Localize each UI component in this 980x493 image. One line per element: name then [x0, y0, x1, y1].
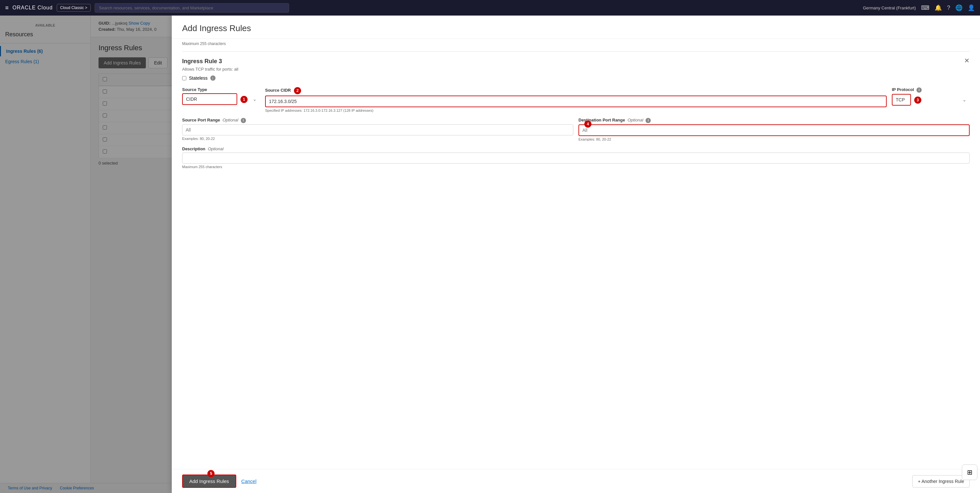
source-port-label: Source Port Range Optional i	[182, 117, 573, 123]
rule-section: Ingress Rule 3 Allows TCP traffic for po…	[182, 51, 970, 178]
description-label: Description Optional	[182, 146, 970, 151]
close-rule-button[interactable]: ✕	[964, 57, 970, 65]
modal-header: Add Ingress Rules	[172, 16, 980, 39]
ip-protocol-label: IP Protocol i	[892, 87, 970, 93]
dest-port-input[interactable]	[579, 124, 970, 136]
dest-port-label: Destination Port Range Optional i	[579, 117, 970, 123]
oracle-logo: ORACLE Cloud	[13, 5, 53, 11]
source-type-group: Source Type CIDR Service Network Load Ba…	[182, 87, 260, 113]
step-3-badge: 3	[914, 97, 921, 104]
rule-section-title: Ingress Rule 3	[182, 58, 970, 65]
source-port-info-icon[interactable]: i	[241, 118, 246, 123]
description-input[interactable]	[182, 152, 970, 163]
ip-protocol-select[interactable]: TCP UDP ICMP All	[892, 94, 911, 106]
ip-protocol-group: IP Protocol i TCP UDP ICMP All 3	[892, 87, 970, 113]
source-cidr-hint: Specified IP addresses: 172.16.3.0-172.1…	[265, 108, 887, 113]
step-5-badge: 5	[207, 470, 215, 477]
stateless-info-icon[interactable]: i	[210, 76, 215, 81]
cloud-classic-button[interactable]: Cloud Classic >	[57, 4, 91, 12]
footer-left: 5 Add Ingress Rules Cancel	[182, 474, 256, 488]
dest-port-hint: Examples: 80, 20-22	[579, 137, 970, 141]
max-chars-hint: Maximum 255 characters	[182, 39, 970, 46]
region-selector[interactable]: Germany Central (Frankfurt)	[863, 5, 916, 10]
bell-icon[interactable]: 🔔	[935, 4, 942, 11]
another-ingress-rule-button[interactable]: + Another Ingress Rule	[912, 475, 970, 488]
source-type-select[interactable]: CIDR Service Network Load Balancer	[182, 93, 237, 105]
top-navigation: ≡ ORACLE Cloud Cloud Classic > Germany C…	[0, 0, 980, 16]
dest-port-info-icon[interactable]: i	[646, 118, 651, 123]
source-cidr-group: Source CIDR 2 Specified IP addresses: 17…	[265, 87, 887, 113]
step-1-badge: 1	[240, 96, 248, 103]
ip-protocol-info-icon[interactable]: i	[916, 87, 922, 93]
stateless-label: Stateless	[189, 76, 208, 81]
nav-right: Germany Central (Frankfurt) ⌨ 🔔 ? 🌐 👤	[863, 4, 975, 11]
step-4-badge: 4	[584, 120, 592, 128]
source-port-hint: Examples: 80, 20-22	[182, 137, 573, 141]
dest-port-group: Destination Port Range Optional i 4 Exam…	[579, 117, 970, 141]
source-port-group: Source Port Range Optional i Examples: 8…	[182, 117, 573, 141]
step-2-badge: 2	[294, 87, 301, 94]
modal-body: Maximum 255 characters Ingress Rule 3 Al…	[172, 39, 980, 469]
help-widget[interactable]: ⊞	[962, 464, 977, 480]
source-port-input[interactable]	[182, 124, 573, 135]
modal-footer: 5 Add Ingress Rules Cancel + Another Ing…	[172, 469, 980, 493]
help-icon[interactable]: ?	[947, 5, 950, 11]
description-hint: Maximum 255 characters	[182, 165, 970, 169]
stateless-row: Stateless i	[182, 76, 970, 81]
form-grid-source: Source Type CIDR Service Network Load Ba…	[182, 87, 970, 113]
modal-panel: Add Ingress Rules Maximum 255 characters…	[172, 16, 980, 493]
add-button-wrapper: 5 Add Ingress Rules	[182, 474, 236, 488]
modal-title: Add Ingress Rules	[182, 23, 970, 33]
hamburger-icon[interactable]: ≡	[5, 5, 9, 11]
stateless-checkbox[interactable]	[182, 76, 186, 80]
description-group: Description Optional Maximum 255 charact…	[182, 146, 970, 169]
rule-section-subtitle: Allows TCP traffic for ports: all	[182, 67, 970, 71]
user-icon[interactable]: 👤	[968, 4, 975, 11]
cancel-button[interactable]: Cancel	[242, 479, 257, 484]
source-cidr-label: Source CIDR 2	[265, 87, 887, 94]
form-grid-ports: Source Port Range Optional i Examples: 8…	[182, 117, 970, 141]
help-widget-icon: ⊞	[967, 468, 972, 476]
globe-icon[interactable]: 🌐	[955, 4, 963, 11]
ip-protocol-select-wrapper: TCP UDP ICMP All 3	[892, 94, 970, 106]
code-icon[interactable]: ⌨	[921, 4, 929, 11]
search-input[interactable]	[95, 3, 289, 13]
source-type-select-wrapper: CIDR Service Network Load Balancer 1	[182, 93, 260, 105]
source-type-label: Source Type	[182, 87, 260, 92]
source-cidr-input[interactable]	[265, 95, 887, 107]
